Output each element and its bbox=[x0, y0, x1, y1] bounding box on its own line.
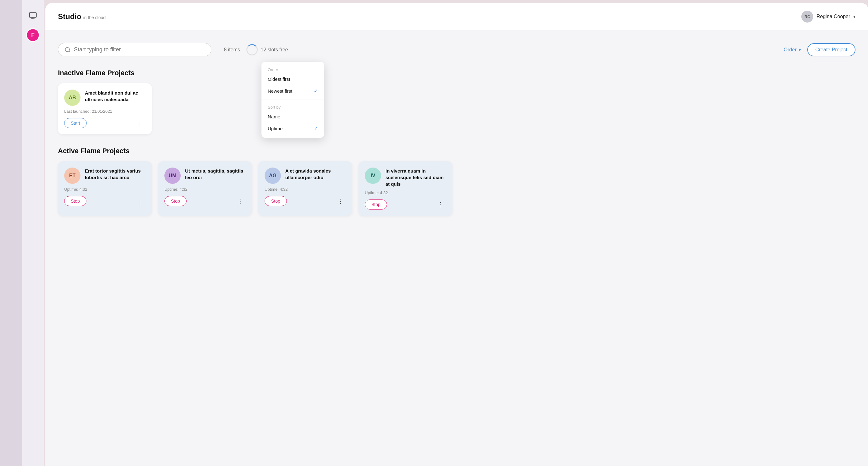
more-options-button[interactable]: ⋮ bbox=[134, 196, 146, 206]
main-content: Studio in the cloud RC Regina Cooper ▾ bbox=[45, 3, 868, 466]
project-card-footer: Stop ⋮ bbox=[265, 196, 346, 206]
newest-first-label: Newest first bbox=[268, 88, 292, 94]
avatar: AG bbox=[265, 167, 281, 184]
sort-uptime-label: Uptime bbox=[268, 126, 283, 131]
loading-spinner bbox=[246, 44, 258, 56]
inactive-section-title: Inactive Flame Projects bbox=[58, 69, 856, 77]
logo: Studio in the cloud bbox=[58, 12, 105, 21]
stop-button[interactable]: Stop bbox=[365, 199, 387, 210]
project-meta: Last launched: 21/01/2021 bbox=[64, 109, 146, 114]
avatar: UM bbox=[164, 167, 181, 184]
flame-icon-label: F bbox=[31, 32, 35, 38]
order-chevron-icon: ▾ bbox=[799, 46, 801, 53]
project-name: Amet blandit non dui ac ultricies malesu… bbox=[85, 90, 146, 103]
project-card-footer: Start ⋮ bbox=[64, 118, 146, 128]
start-button[interactable]: Start bbox=[64, 118, 87, 128]
chevron-down-icon: ▾ bbox=[853, 14, 856, 19]
sidebar: F bbox=[22, 0, 44, 466]
search-input[interactable] bbox=[74, 46, 205, 53]
header: Studio in the cloud RC Regina Cooper ▾ bbox=[45, 3, 868, 30]
slots-free-text: 12 slots free bbox=[261, 47, 288, 53]
project-info: A et gravida sodales ullamcorper odio bbox=[285, 167, 346, 181]
active-section-title: Active Flame Projects bbox=[58, 147, 856, 155]
search-box[interactable] bbox=[58, 43, 211, 56]
active-section: Active Flame Projects ET Erat tortor sag… bbox=[58, 147, 856, 216]
dropdown-newest-first[interactable]: Newest first ✓ bbox=[261, 85, 324, 97]
project-meta: Uptime: 4:32 bbox=[164, 187, 246, 192]
project-card-header: AG A et gravida sodales ullamcorper odio bbox=[265, 167, 346, 184]
more-options-button[interactable]: ⋮ bbox=[235, 196, 246, 206]
project-card-header: AB Amet blandit non dui ac ultricies mal… bbox=[64, 90, 146, 106]
project-card-footer: Stop ⋮ bbox=[164, 196, 246, 206]
search-icon bbox=[64, 46, 71, 53]
project-name: In viverra quam in scelerisque felis sed… bbox=[385, 167, 446, 187]
dropdown-order-label: Order bbox=[261, 65, 324, 73]
more-options-button[interactable]: ⋮ bbox=[134, 118, 146, 128]
sidebar-item-monitor[interactable] bbox=[27, 9, 39, 22]
sort-name-label: Name bbox=[268, 114, 280, 119]
order-dropdown: Order Oldest first Newest first ✓ Sort b… bbox=[261, 62, 324, 138]
avatar: AB bbox=[64, 90, 81, 106]
logo-subtitle: in the cloud bbox=[83, 15, 106, 20]
project-card-footer: Stop ⋮ bbox=[365, 199, 446, 210]
user-menu[interactable]: RC Regina Cooper ▾ bbox=[801, 11, 856, 23]
dropdown-sort-label: Sort by bbox=[261, 102, 324, 111]
table-row: UM Ut metus, sagittis, sagittis leo orci… bbox=[158, 161, 252, 216]
stop-button[interactable]: Stop bbox=[64, 196, 86, 206]
project-card-footer: Stop ⋮ bbox=[64, 196, 146, 206]
project-meta: Uptime: 4:32 bbox=[365, 190, 446, 195]
project-meta: Uptime: 4:32 bbox=[64, 187, 146, 192]
project-info: Erat tortor sagittis varius lobortis sit… bbox=[85, 167, 146, 181]
oldest-first-label: Oldest first bbox=[268, 76, 290, 82]
avatar: RC bbox=[801, 11, 813, 23]
table-row: IV In viverra quam in scelerisque felis … bbox=[359, 161, 453, 216]
inactive-section: Inactive Flame Projects AB Amet blandit … bbox=[58, 69, 856, 134]
more-options-button[interactable]: ⋮ bbox=[335, 196, 346, 206]
toolbar: 8 items 12 slots free Order ▾ Order Olde… bbox=[58, 43, 856, 56]
newest-first-check-icon: ✓ bbox=[314, 88, 318, 94]
sort-uptime-check-icon: ✓ bbox=[314, 126, 318, 131]
stop-button[interactable]: Stop bbox=[164, 196, 187, 206]
inactive-projects-grid: AB Amet blandit non dui ac ultricies mal… bbox=[58, 83, 856, 134]
more-options-button[interactable]: ⋮ bbox=[435, 199, 446, 210]
create-project-button[interactable]: Create Project bbox=[807, 43, 856, 56]
project-name: Ut metus, sagittis, sagittis leo orci bbox=[185, 167, 246, 181]
project-name: A et gravida sodales ullamcorper odio bbox=[285, 167, 346, 181]
logo-studio: Studio bbox=[58, 12, 82, 21]
project-card-header: IV In viverra quam in scelerisque felis … bbox=[365, 167, 446, 187]
table-row: ET Erat tortor sagittis varius lobortis … bbox=[58, 161, 152, 216]
slots-section: 12 slots free bbox=[246, 44, 288, 56]
order-button[interactable]: Order ▾ bbox=[784, 46, 801, 53]
content-area: 8 items 12 slots free Order ▾ Order Olde… bbox=[45, 30, 868, 466]
dropdown-oldest-first[interactable]: Oldest first bbox=[261, 73, 324, 85]
sidebar-item-flame[interactable]: F bbox=[26, 28, 40, 42]
items-count: 8 items bbox=[224, 47, 240, 53]
dropdown-sort-name[interactable]: Name bbox=[261, 111, 324, 122]
user-name: Regina Cooper bbox=[816, 14, 850, 20]
project-card-header: ET Erat tortor sagittis varius lobortis … bbox=[64, 167, 146, 184]
dropdown-sort-uptime[interactable]: Uptime ✓ bbox=[261, 122, 324, 135]
stop-button[interactable]: Stop bbox=[265, 196, 287, 206]
svg-line-4 bbox=[69, 51, 70, 52]
active-projects-grid: ET Erat tortor sagittis varius lobortis … bbox=[58, 161, 856, 216]
order-label: Order bbox=[784, 47, 797, 53]
left-edge bbox=[0, 0, 22, 466]
project-name: Erat tortor sagittis varius lobortis sit… bbox=[85, 167, 146, 181]
svg-rect-0 bbox=[29, 12, 36, 17]
avatar: ET bbox=[64, 167, 81, 184]
avatar: IV bbox=[365, 167, 381, 184]
project-info: Ut metus, sagittis, sagittis leo orci bbox=[185, 167, 246, 181]
table-row: AB Amet blandit non dui ac ultricies mal… bbox=[58, 83, 152, 134]
project-card-header: UM Ut metus, sagittis, sagittis leo orci bbox=[164, 167, 246, 184]
table-row: AG A et gravida sodales ullamcorper odio… bbox=[258, 161, 352, 216]
project-info: Amet blandit non dui ac ultricies malesu… bbox=[85, 90, 146, 103]
project-meta: Uptime: 4:32 bbox=[265, 187, 346, 192]
project-info: In viverra quam in scelerisque felis sed… bbox=[385, 167, 446, 187]
